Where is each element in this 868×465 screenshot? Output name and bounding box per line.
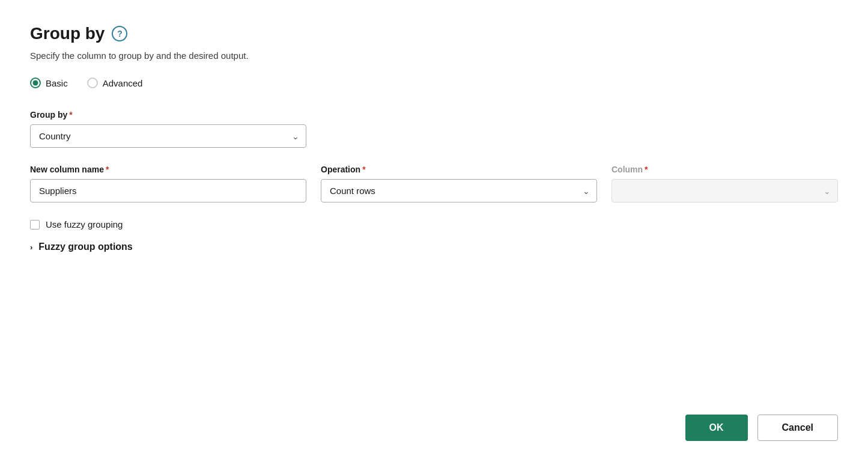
fuzzy-options-chevron-icon: › — [30, 243, 32, 252]
radio-basic-input[interactable] — [30, 78, 41, 88]
mode-radio-group: Basic Advanced — [30, 78, 838, 88]
radio-basic-label: Basic — [46, 78, 68, 88]
fuzzy-grouping-row: Use fuzzy grouping — [30, 219, 838, 229]
cancel-button[interactable]: Cancel — [757, 415, 838, 441]
new-column-name-section: New column name* — [30, 165, 306, 202]
group-by-required: * — [69, 110, 72, 120]
operation-section: Operation* Count rows Sum Average Min Ma… — [321, 165, 597, 202]
operation-dropdown[interactable]: Count rows Sum Average Min Max Count Dis… — [321, 179, 597, 202]
dialog-title: Group by — [30, 24, 105, 43]
fuzzy-grouping-label: Use fuzzy grouping — [46, 219, 123, 229]
radio-advanced-input[interactable] — [87, 78, 98, 88]
operation-select-wrapper: Count rows Sum Average Min Max Count Dis… — [321, 179, 597, 202]
column-dropdown — [612, 179, 838, 202]
footer-buttons: OK Cancel — [685, 415, 838, 441]
fuzzy-grouping-checkbox[interactable] — [30, 220, 40, 229]
title-row: Group by ? — [30, 24, 838, 43]
column-required: * — [645, 165, 648, 174]
help-icon[interactable]: ? — [112, 26, 127, 41]
radio-advanced-label: Advanced — [103, 78, 143, 88]
group-by-dialog: Group by ? Specify the column to group b… — [0, 0, 868, 465]
radio-advanced[interactable]: Advanced — [87, 78, 143, 88]
group-by-dropdown[interactable]: Country City Region — [30, 124, 306, 148]
radio-basic[interactable]: Basic — [30, 78, 68, 88]
fuzzy-group-options-row[interactable]: › Fuzzy group options — [30, 242, 838, 252]
ok-button[interactable]: OK — [685, 415, 748, 441]
operation-required: * — [362, 165, 365, 174]
column-select-wrapper: ⌄ — [612, 179, 838, 202]
column-label: Column* — [612, 165, 838, 174]
columns-row: New column name* Operation* Count rows S… — [30, 165, 838, 202]
operation-label: Operation* — [321, 165, 597, 174]
new-column-name-input[interactable] — [30, 179, 306, 202]
group-by-select-wrapper: Country City Region ⌄ — [30, 124, 306, 148]
dialog-subtitle: Specify the column to group by and the d… — [30, 50, 838, 61]
column-section: Column* ⌄ — [612, 165, 838, 202]
new-column-name-label: New column name* — [30, 165, 306, 174]
new-column-required: * — [106, 165, 109, 174]
fuzzy-options-label: Fuzzy group options — [38, 242, 132, 252]
group-by-section: Group by* Country City Region ⌄ — [30, 110, 838, 148]
group-by-label: Group by* — [30, 110, 838, 120]
